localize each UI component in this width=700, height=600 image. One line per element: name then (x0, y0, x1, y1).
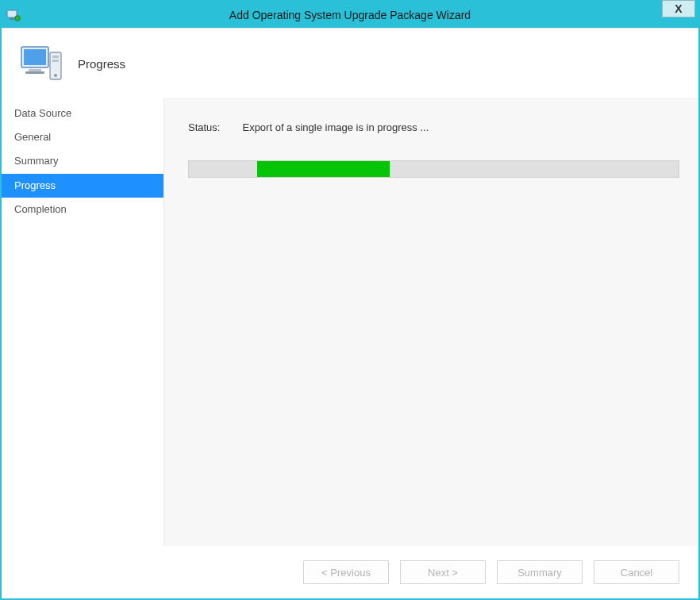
wizard-body: Data Source General Summary Progress Com… (2, 98, 698, 546)
wizard-sidebar: Data Source General Summary Progress Com… (2, 98, 164, 546)
sidebar-item-label: Completion (14, 203, 67, 215)
svg-rect-9 (52, 60, 59, 62)
cancel-button[interactable]: Cancel (594, 560, 679, 584)
app-icon (6, 8, 21, 22)
status-text: Export of a single image is in progress … (242, 121, 429, 133)
svg-rect-6 (25, 71, 44, 74)
status-row: Status: Export of a single image is in p… (188, 121, 679, 133)
close-button[interactable]: X (662, 0, 695, 17)
wizard-header: Progress (2, 29, 698, 98)
sidebar-item-progress[interactable]: Progress (2, 174, 163, 198)
sidebar-item-label: General (14, 131, 51, 143)
svg-rect-1 (10, 18, 14, 20)
svg-point-10 (54, 74, 57, 77)
sidebar-item-label: Data Source (14, 107, 71, 119)
svg-point-2 (15, 15, 20, 20)
progress-bar (188, 160, 679, 178)
client-area: Progress Data Source General Summary Pro… (2, 28, 698, 598)
wizard-main: Status: Export of a single image is in p… (164, 98, 698, 546)
sidebar-item-completion[interactable]: Completion (2, 198, 163, 221)
titlebar[interactable]: Add Operating System Upgrade Package Wiz… (2, 2, 698, 28)
close-icon: X (675, 2, 682, 15)
previous-button[interactable]: < Previous (303, 560, 389, 584)
window-title: Add Operating System Upgrade Package Wiz… (2, 9, 698, 21)
button-label: Cancel (621, 567, 652, 579)
computer-icon (19, 43, 63, 84)
sidebar-item-label: Progress (14, 179, 56, 191)
button-label: Summary (517, 567, 562, 579)
svg-rect-5 (29, 69, 41, 71)
page-title: Progress (78, 57, 125, 71)
summary-button[interactable]: Summary (497, 560, 583, 584)
sidebar-item-data-source[interactable]: Data Source (2, 102, 163, 125)
button-label: Next > (428, 567, 458, 579)
svg-rect-8 (52, 56, 59, 58)
button-label: < Previous (321, 567, 371, 579)
sidebar-item-label: Summary (14, 155, 59, 167)
progress-fill (257, 161, 390, 177)
svg-rect-4 (24, 49, 46, 65)
sidebar-item-summary[interactable]: Summary (2, 149, 163, 173)
wizard-window: Add Operating System Upgrade Package Wiz… (0, 0, 700, 600)
wizard-button-row: < Previous Next > Summary Cancel (2, 546, 698, 598)
next-button[interactable]: Next > (400, 560, 486, 584)
status-label: Status: (188, 121, 220, 133)
sidebar-item-general[interactable]: General (2, 125, 163, 149)
